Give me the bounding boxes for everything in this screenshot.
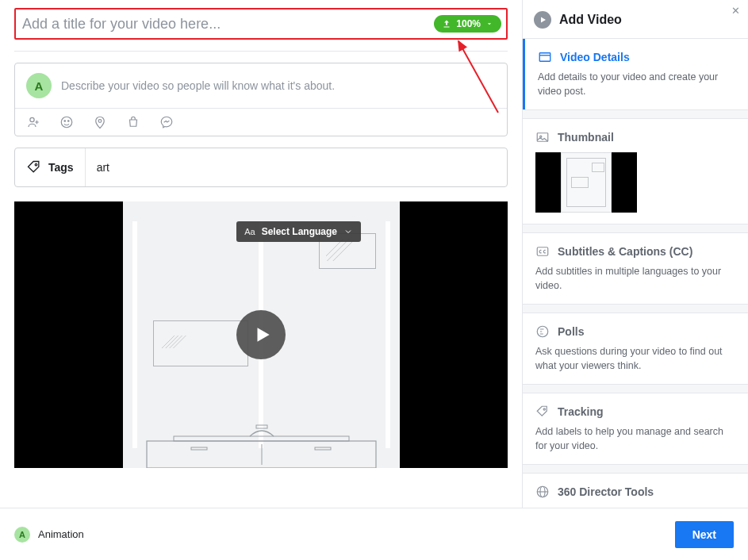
tags-label-text: Tags [48,161,74,174]
tags-input[interactable] [86,148,507,186]
footer: A Animation Next [0,508,748,560]
footer-avatar: A [14,527,30,543]
globe-icon [535,485,550,499]
description-toolbar [15,108,507,136]
svg-point-0 [30,117,34,121]
svg-rect-9 [315,447,331,450]
section-subtitle: Add labels to help you manage and search… [535,425,735,453]
svg-point-18 [537,326,548,337]
cc-icon [535,244,550,259]
svg-rect-17 [537,247,548,256]
image-icon [535,130,550,144]
section-360-director[interactable]: 360 Director Tools Add more detail to yo… [523,473,748,508]
svg-point-3 [68,121,70,122]
footer-label: Animation [38,528,84,540]
tag-people-icon[interactable] [26,115,40,129]
svg-point-1 [61,117,72,128]
close-icon[interactable]: ✕ [731,5,740,17]
select-language-dropdown[interactable]: Aa Select Language [236,221,361,242]
svg-rect-8 [191,447,207,450]
section-title: 360 Director Tools [558,485,654,498]
location-icon[interactable] [93,115,107,129]
section-title: Tracking [558,405,604,418]
title-bar: 100% [14,8,508,40]
description-card: A Describe your video so people will kno… [14,63,508,136]
svg-point-2 [64,121,66,122]
sidebar: Add Video ✕ Video Details Add details to… [522,0,748,508]
svg-point-4 [98,120,102,123]
section-title: Video Details [560,51,630,63]
section-video-details[interactable]: Video Details Add details to your video … [523,38,748,110]
messenger-icon[interactable] [159,115,174,129]
divider [14,51,508,52]
svg-point-19 [543,408,545,410]
svg-rect-13 [539,53,550,62]
upload-percent: 100% [456,18,481,29]
section-subtitle: Add subtitles in multiple languages to y… [535,265,735,293]
tags-row: Tags [14,148,508,187]
chevron-down-icon [343,227,353,236]
sidebar-scroll[interactable]: Video Details Add details to your video … [523,38,748,508]
upload-icon [442,19,451,29]
next-button[interactable]: Next [675,521,734,548]
svg-point-5 [35,163,37,166]
feeling-icon[interactable] [59,115,74,129]
sidebar-title: Add Video [559,13,622,27]
section-subtitles[interactable]: Subtitles & Captions (CC) Add subtitles … [523,232,748,305]
tracking-icon [535,405,550,419]
play-button[interactable] [236,310,286,359]
tag-icon [26,159,42,175]
svg-rect-10 [174,436,349,441]
section-title: Thumbnail [558,131,614,144]
section-tracking[interactable]: Tracking Add labels to help you manage a… [523,393,748,465]
tags-label-cell: Tags [15,148,86,186]
section-subtitle: Ask questions during your video to find … [535,345,735,373]
author-avatar: A [26,73,52,98]
description-input[interactable]: Describe your video so people will know … [61,79,496,92]
svg-rect-11 [256,425,267,428]
play-circle-icon [534,11,551,29]
language-label: Select Language [262,226,337,237]
polls-icon [535,324,550,339]
details-icon [538,50,552,64]
section-title: Subtitles & Captions (CC) [558,245,692,258]
section-title: Polls [558,325,584,338]
section-polls[interactable]: Polls Ask questions during your video to… [523,313,748,385]
section-subtitle: Add details to your video and create you… [538,71,735,98]
video-preview: Aa Select Language [14,201,508,468]
product-tag-icon[interactable] [126,115,140,129]
upload-progress-pill[interactable]: 100% [434,15,501,33]
thumbnail-preview[interactable] [535,152,637,213]
caret-down-icon [485,20,493,28]
video-title-input[interactable] [22,16,434,33]
sidebar-header: Add Video ✕ [523,0,748,38]
language-aa-icon: Aa [244,227,255,236]
section-thumbnail[interactable]: Thumbnail [523,118,748,224]
